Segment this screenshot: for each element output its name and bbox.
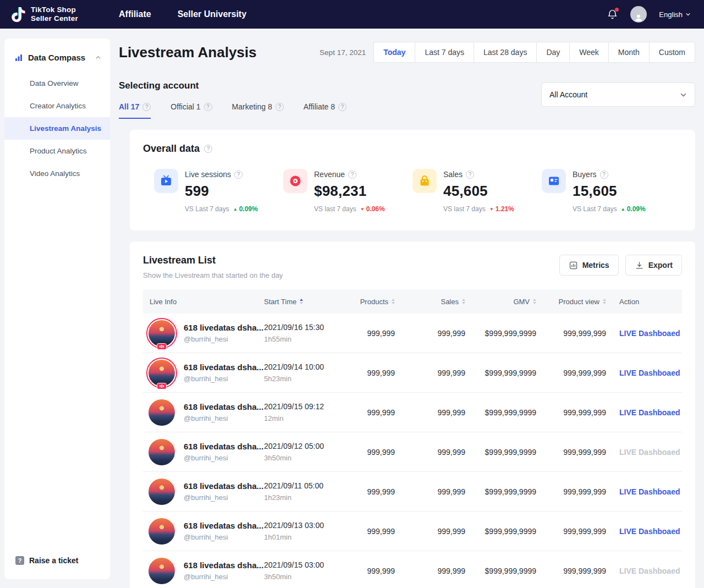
live-info-cell: 618 livedatas dsha... @burrihi_hesi: [143, 318, 257, 349]
tab-all[interactable]: All 17 ?: [119, 102, 151, 119]
help-icon[interactable]: ?: [338, 103, 346, 111]
metric-compare: VS last 7 days 1.21%: [443, 205, 514, 213]
column-start-time[interactable]: Start Time: [257, 298, 354, 306]
sort-icon[interactable]: [603, 299, 606, 304]
livestream-title: 618 livedatas dsha...: [184, 481, 263, 491]
live-dashboard-link[interactable]: LIVE Dashboaed: [619, 369, 680, 377]
help-icon[interactable]: ?: [600, 171, 608, 179]
row-avatar[interactable]: [146, 397, 177, 428]
sidebar-item-creator-analytics[interactable]: Creator Analytics: [4, 95, 110, 117]
range-button-custom[interactable]: Custom: [649, 42, 695, 63]
chevron-down-icon: [685, 12, 691, 17]
products-cell: 999,999: [354, 329, 402, 338]
notification-bell-icon[interactable]: [607, 9, 618, 20]
range-button-month[interactable]: Month: [608, 42, 650, 63]
overall-data-title: Overall data: [143, 143, 200, 155]
gmv-cell: $999,999,9999: [472, 369, 543, 377]
live-dashboard-link[interactable]: LIVE Dashboaed: [619, 329, 680, 338]
sidebar-item-data-overview[interactable]: Data Overview: [4, 72, 110, 95]
creator-handle: @burrihi_hesi: [184, 533, 263, 541]
live-dashboard-link[interactable]: LIVE Dashboaed: [619, 408, 680, 417]
download-icon: [635, 261, 644, 270]
row-avatar[interactable]: [146, 318, 177, 349]
sidebar-section-data-compass[interactable]: Data Compass: [4, 39, 110, 69]
tab-marketing[interactable]: Marketing 8 ?: [232, 102, 284, 119]
column-sales[interactable]: Sales: [402, 298, 472, 306]
range-button-day[interactable]: Day: [536, 42, 570, 63]
row-avatar[interactable]: [146, 476, 177, 507]
compare-label: VS Last 7 days: [573, 205, 617, 213]
help-icon[interactable]: ?: [142, 103, 151, 111]
range-button-week[interactable]: Week: [569, 42, 609, 63]
sort-icon[interactable]: [300, 299, 303, 304]
product-view-cell: 999,999,999: [543, 567, 613, 575]
nav-affiliate[interactable]: Affiliate: [119, 9, 151, 19]
start-time-cell: 2021/09/16 15:30 1h55min: [257, 323, 354, 343]
metrics-button[interactable]: Metrics: [559, 255, 619, 276]
range-button-last-7-days[interactable]: Last 7 days: [415, 42, 474, 63]
main-content: Livestream Analysis Sept 17, 2021 Today …: [110, 29, 704, 588]
livestream-thumbnail: [148, 399, 175, 426]
sales-cell: 999,999: [402, 369, 472, 377]
tab-affiliate[interactable]: Affiliate 8 ?: [304, 102, 346, 119]
sidebar-item-livestream-analysis[interactable]: Livestream Analysis: [4, 117, 110, 140]
account-dropdown[interactable]: All Account: [541, 83, 695, 107]
metric-label: Revenue: [314, 170, 345, 179]
help-icon[interactable]: ?: [234, 171, 243, 179]
export-button-label: Export: [648, 261, 673, 270]
table-row: 618 livedatas dsha... @burrihi_hesi 2021…: [143, 472, 682, 512]
table-row: 618 livedatas dsha... @burrihi_hesi 2021…: [143, 512, 682, 551]
livestream-title: 618 livedatas dsha...: [184, 442, 263, 451]
sort-icon[interactable]: [392, 299, 395, 304]
row-avatar[interactable]: [146, 358, 177, 388]
live-info-cell: 618 livedatas dsha... @burrihi_hesi: [143, 516, 257, 547]
column-products[interactable]: Products: [354, 298, 402, 306]
sidebar-item-video-analytics[interactable]: Video Analytics: [4, 162, 110, 185]
start-time-cell: 2021/09/12 05:00 3h50min: [257, 442, 354, 462]
start-time: 2021/09/11 05:00: [264, 481, 354, 490]
metric-compare: VS Last 7 days 0.09%: [185, 205, 258, 213]
bar-chart-icon: [14, 53, 23, 62]
row-avatar[interactable]: [146, 516, 177, 547]
help-icon[interactable]: ?: [276, 103, 284, 111]
gmv-cell: $999,999,9999: [472, 527, 543, 536]
help-icon[interactable]: ?: [204, 103, 212, 111]
products-cell: 999,999: [354, 527, 402, 536]
start-time-cell: 2021/09/15 09:12 12min: [257, 402, 354, 422]
metric-live-sessions: Live sessions? 599 VS Last 7 days 0.09%: [154, 169, 283, 213]
livestream-thumbnail: [148, 518, 175, 545]
raise-ticket-button[interactable]: ? Raise a ticket: [15, 556, 79, 565]
tiktok-shop-logo[interactable]: TikTok Shop Seller Center: [11, 6, 119, 23]
sidebar-item-product-analytics[interactable]: Product Analytics: [4, 140, 110, 162]
nav-seller-university[interactable]: Seller University: [178, 9, 246, 19]
sort-icon[interactable]: [462, 299, 465, 304]
metric-label: Sales: [443, 170, 463, 179]
action-cell: LIVE Dashboaed: [613, 329, 682, 338]
column-product-view[interactable]: Product view: [543, 298, 613, 306]
column-gmv[interactable]: GMV: [472, 298, 543, 306]
tab-official[interactable]: Official 1 ?: [170, 102, 212, 119]
range-button-last-28-days[interactable]: Last 28 days: [474, 42, 537, 63]
help-icon[interactable]: ?: [466, 171, 474, 179]
compare-label: VS last 7 days: [314, 205, 356, 213]
live-dashboard-link[interactable]: LIVE Dashboaed: [619, 487, 680, 496]
column-live-info: Live Info: [143, 298, 257, 306]
help-icon[interactable]: ?: [348, 171, 356, 179]
export-button[interactable]: Export: [625, 255, 682, 276]
revenue-icon: [283, 169, 307, 193]
user-avatar[interactable]: [630, 6, 647, 23]
gmv-cell: $999,999,9999: [472, 567, 543, 575]
language-selector[interactable]: English: [659, 10, 691, 19]
duration: 3h50min: [264, 573, 354, 581]
row-avatar[interactable]: [146, 437, 177, 468]
range-button-today[interactable]: Today: [373, 42, 415, 63]
live-dashboard-link[interactable]: LIVE Dashboaed: [619, 527, 680, 536]
action-cell: LIVE Dashboaed: [613, 527, 682, 536]
help-icon[interactable]: ?: [204, 145, 212, 153]
metric-value: 45,605: [443, 183, 514, 200]
product-view-cell: 999,999,999: [543, 408, 613, 417]
row-avatar[interactable]: [146, 556, 177, 586]
sort-icon[interactable]: [533, 299, 536, 304]
livestream-list-subtitle: Show the Livestream that started on the …: [143, 271, 283, 279]
creator-handle: @burrihi_hesi: [184, 493, 263, 502]
